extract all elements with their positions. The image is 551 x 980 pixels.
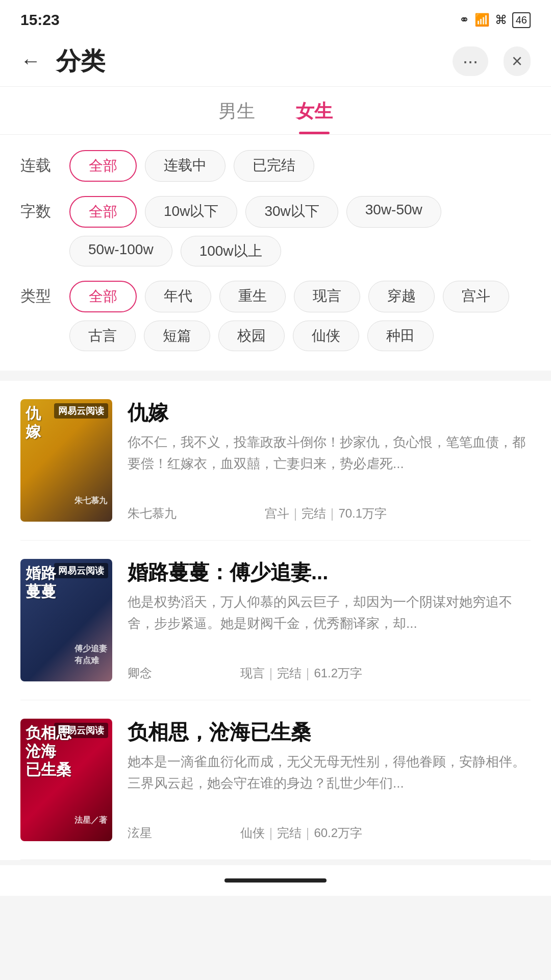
chip-serial-ongoing[interactable]: 连载中 [145, 150, 226, 182]
page-title: 分类 [56, 45, 453, 78]
book-cover: 网易云阅读 仇嫁 朱七慕九 [20, 399, 112, 522]
chip-genre-xianxia[interactable]: 仙侠 [293, 321, 359, 351]
book-genre-3: 仙侠 [240, 826, 265, 840]
header: ← 分类 ··· × [0, 36, 551, 87]
wordcount-label: 字数 [20, 196, 61, 222]
book-cover: 网易云阅读 负相思沧海已生桑 法星／著 [20, 719, 112, 841]
chip-genre-niandai[interactable]: 年代 [145, 281, 211, 312]
cover-image-3: 网易云阅读 负相思沧海已生桑 法星／著 [20, 719, 112, 841]
chip-genre-chongsheng[interactable]: 重生 [219, 281, 286, 312]
chip-genre-chuanyue[interactable]: 穿越 [368, 281, 435, 312]
chip-genre-xiaoyuan[interactable]: 校园 [218, 321, 285, 351]
book-item[interactable]: 网易云阅读 负相思沧海已生桑 法星／著 负相思，沧海已生桑 她本是一滴雀血衍化而… [20, 700, 531, 860]
book-status-3: 完结 [277, 826, 302, 840]
book-desc-2: 他是权势滔天，万人仰慕的风云巨子，却因为一个阴谋对她穷追不舍，步步紧逼。她是财阀… [128, 592, 531, 634]
tab-male[interactable]: 男生 [218, 99, 255, 134]
book-author-1: 朱七慕九 [128, 506, 177, 520]
cover-title-1: 仇嫁 [26, 404, 41, 441]
book-item[interactable]: 网易云阅读 仇嫁 朱七慕九 仇嫁 你不仁，我不义，投靠政敌斗倒你！抄家仇，负心恨… [20, 381, 531, 541]
chip-wc-all[interactable]: 全部 [69, 196, 137, 228]
cover-badge: 网易云阅读 [54, 403, 108, 419]
tab-bar: 男生 女生 [0, 87, 551, 135]
cover-sub-3: 法星／著 [74, 815, 107, 826]
chip-wc-under30w[interactable]: 30w以下 [245, 196, 338, 228]
wifi-icon: ⌘ [495, 13, 507, 27]
book-wordcount-2: 61.2万字 [314, 666, 362, 680]
book-cover: 网易云阅读 婚路蔓蔓 傅少追妻有点难 [20, 559, 112, 681]
cover-sub-1: 朱七慕九 [74, 495, 107, 506]
book-info-2: 婚路蔓蔓：傅少追妻... 他是权势滔天，万人仰慕的风云巨子，却因为一个阴谋对她穷… [128, 559, 531, 681]
book-status-2: 完结 [277, 666, 302, 680]
cover-sub-2: 傅少追妻有点难 [74, 643, 107, 666]
battery-indicator: 46 [512, 12, 531, 28]
serialization-chips: 全部 连载中 已完结 [69, 150, 531, 182]
book-meta-1: 朱七慕九 宫斗｜完结｜70.1万字 [128, 505, 531, 522]
home-indicator [224, 878, 327, 883]
book-title-2: 婚路蔓蔓：傅少追妻... [128, 559, 531, 585]
chip-serial-all[interactable]: 全部 [69, 150, 137, 182]
serialization-filter-row: 连载 全部 连载中 已完结 [20, 150, 531, 182]
bottom-bar [0, 865, 551, 896]
filter-section: 连载 全部 连载中 已完结 字数 全部 10w以下 30w以下 30w-50w … [0, 135, 551, 371]
bluetooth-icon: ⚭ [459, 13, 469, 27]
tab-female[interactable]: 女生 [296, 99, 333, 134]
book-info-1: 仇嫁 你不仁，我不义，投靠政敌斗倒你！抄家仇，负心恨，笔笔血债，都要偿！红嫁衣，… [128, 399, 531, 522]
status-time: 15:23 [20, 11, 60, 29]
genre-chips: 全部 年代 重生 现言 穿越 宫斗 古言 短篇 校园 仙侠 种田 [69, 281, 531, 351]
cover-title-3: 负相思沧海已生桑 [26, 724, 71, 779]
chip-genre-zhongtian[interactable]: 种田 [367, 321, 434, 351]
chip-genre-duanpian[interactable]: 短篇 [144, 321, 210, 351]
book-author-3: 泫星 [128, 826, 152, 840]
book-meta-3: 泫星 仙侠｜完结｜60.2万字 [128, 825, 531, 841]
chip-serial-completed[interactable]: 已完结 [234, 150, 314, 182]
book-info-3: 负相思，沧海已生桑 她本是一滴雀血衍化而成，无父无母无性别，得他眷顾，安静相伴。… [128, 719, 531, 841]
close-button[interactable]: × [504, 46, 531, 76]
cover-image-2: 网易云阅读 婚路蔓蔓 傅少追妻有点难 [20, 559, 112, 681]
back-button[interactable]: ← [20, 50, 41, 72]
book-genre-2: 现言 [240, 666, 265, 680]
cover-image-1: 网易云阅读 仇嫁 朱七慕九 [20, 399, 112, 522]
signal-icon: 📶 [474, 13, 490, 27]
status-icons: ⚭ 📶 ⌘ 46 [459, 12, 531, 28]
status-bar: 15:23 ⚭ 📶 ⌘ 46 [0, 0, 551, 36]
book-desc-1: 你不仁，我不义，投靠政敌斗倒你！抄家仇，负心恨，笔笔血债，都要偿！红嫁衣，血双囍… [128, 432, 531, 474]
book-title-3: 负相思，沧海已生桑 [128, 719, 531, 745]
book-item[interactable]: 网易云阅读 婚路蔓蔓 傅少追妻有点难 婚路蔓蔓：傅少追妻... 他是权势滔天，万… [20, 541, 531, 700]
cover-badge-2: 网易云阅读 [54, 563, 108, 578]
cover-title-2: 婚路蔓蔓 [26, 564, 56, 601]
book-author-2: 卿念 [128, 666, 152, 680]
book-desc-3: 她本是一滴雀血衍化而成，无父无母无性别，得他眷顾，安静相伴。三界风云起，她会守在… [128, 751, 531, 794]
genre-filter-row: 类型 全部 年代 重生 现言 穿越 宫斗 古言 短篇 校园 仙侠 种田 [20, 281, 531, 351]
chip-genre-gongdou[interactable]: 宫斗 [443, 281, 509, 312]
chip-genre-all[interactable]: 全部 [69, 281, 137, 312]
book-genre-1: 宫斗 [265, 506, 289, 520]
serialization-label: 连载 [20, 150, 61, 176]
chip-wc-50w100w[interactable]: 50w-100w [69, 236, 172, 266]
book-wordcount-1: 70.1万字 [338, 506, 387, 520]
chip-genre-xianyuan[interactable]: 现言 [294, 281, 360, 312]
wordcount-filter-row: 字数 全部 10w以下 30w以下 30w-50w 50w-100w 100w以… [20, 196, 531, 266]
book-meta-2: 卿念 现言｜完结｜61.2万字 [128, 665, 531, 681]
book-wordcount-3: 60.2万字 [314, 826, 362, 840]
chip-wc-over100w[interactable]: 100w以上 [181, 236, 281, 266]
book-status-1: 完结 [302, 506, 326, 520]
book-title-1: 仇嫁 [128, 399, 531, 426]
wordcount-chips: 全部 10w以下 30w以下 30w-50w 50w-100w 100w以上 [69, 196, 531, 266]
genre-label: 类型 [20, 281, 61, 307]
header-actions: ··· × [453, 46, 531, 76]
chip-genre-guyan[interactable]: 古言 [69, 321, 136, 351]
chip-wc-under10w[interactable]: 10w以下 [145, 196, 237, 228]
chip-wc-30w50w[interactable]: 30w-50w [346, 196, 441, 228]
book-list: 网易云阅读 仇嫁 朱七慕九 仇嫁 你不仁，我不义，投靠政敌斗倒你！抄家仇，负心恨… [0, 381, 551, 860]
more-button[interactable]: ··· [453, 46, 488, 76]
